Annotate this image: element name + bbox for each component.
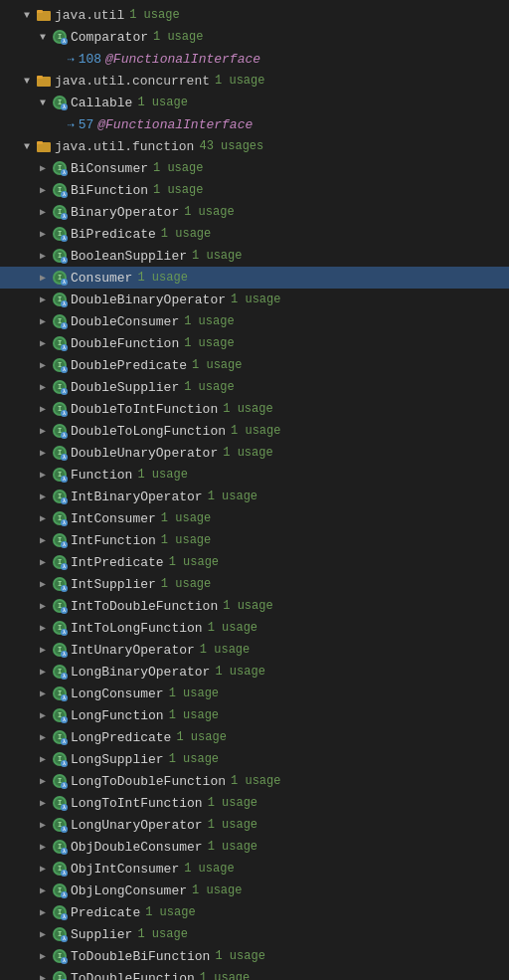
- tree-item-doublefunction[interactable]: ▶ Iλ DoubleFunction 1 usage: [0, 332, 509, 354]
- tree-item-booleansupplier[interactable]: ▶ Iλ BooleanSupplier 1 usage: [0, 245, 509, 267]
- expand-arrow[interactable]: ▼: [36, 30, 50, 44]
- usage-count: 1 usage: [137, 468, 187, 482]
- expand-arrow[interactable]: ▶: [36, 840, 50, 854]
- item-name: DoubleToLongFunction: [71, 424, 226, 439]
- ref-line-comparator[interactable]: ▶ ⇢ 108 @FunctionalInterface: [0, 48, 509, 70]
- expand-arrow[interactable]: ▶: [36, 205, 50, 219]
- expand-arrow[interactable]: ▶: [36, 380, 50, 394]
- ref-line-callable[interactable]: ▶ ⇢ 57 @FunctionalInterface: [0, 113, 509, 135]
- expand-arrow[interactable]: ▶: [36, 511, 50, 525]
- expand-arrow[interactable]: ▶: [36, 927, 50, 941]
- usage-count: 1 usage: [231, 774, 280, 788]
- tree-item-intpredicate[interactable]: ▶ Iλ IntPredicate 1 usage: [0, 551, 509, 573]
- tree-item-doublebinaryoperator[interactable]: ▶ Iλ DoubleBinaryOperator 1 usage: [0, 289, 509, 310]
- usage-count: 1 usage: [153, 161, 203, 175]
- tree-item-intunaryoperator[interactable]: ▶ Iλ IntUnaryOperator 1 usage: [0, 639, 509, 661]
- tree-item-longpredicate[interactable]: ▶ Iλ LongPredicate 1 usage: [0, 726, 509, 748]
- tree-item-inttodoublefunction[interactable]: ▶ Iλ IntToDoubleFunction 1 usage: [0, 595, 509, 617]
- tree-item-doubleunaryoperator[interactable]: ▶ Iλ DoubleUnaryOperator 1 usage: [0, 442, 509, 464]
- tree-item-longbinaryoperator[interactable]: ▶ Iλ LongBinaryOperator 1 usage: [0, 661, 509, 683]
- tree-item-consumer[interactable]: ▶ Iλ Consumer 1 usage: [0, 267, 509, 289]
- expand-arrow[interactable]: ▶: [36, 599, 50, 613]
- expand-arrow[interactable]: ▶: [36, 862, 50, 876]
- expand-arrow[interactable]: ▶: [36, 271, 50, 285]
- tree-item-callable[interactable]: ▼ I λ Callable 1 usage: [0, 92, 509, 113]
- tree-item-supplier[interactable]: ▶ Iλ Supplier 1 usage: [0, 923, 509, 945]
- tree-item-longtodoublefunction[interactable]: ▶ Iλ LongToDoubleFunction 1 usage: [0, 770, 509, 792]
- expand-arrow[interactable]: ▶: [36, 183, 50, 197]
- expand-arrow[interactable]: ▶: [36, 249, 50, 263]
- usage-count: 1 usage: [200, 971, 250, 980]
- tree-item-todoublebifunction[interactable]: ▶ Iλ ToDoubleBiFunction 1 usage: [0, 945, 509, 967]
- package-icon: [36, 7, 52, 23]
- expand-arrow[interactable]: ▶: [36, 621, 50, 635]
- expand-arrow[interactable]: ▶: [36, 402, 50, 416]
- tree-item-doubleconsumer[interactable]: ▶ Iλ DoubleConsumer 1 usage: [0, 310, 509, 332]
- expand-arrow[interactable]: ▶: [36, 424, 50, 438]
- tree-item-doubletointfunction[interactable]: ▶ Iλ DoubleToIntFunction 1 usage: [0, 398, 509, 420]
- tree-item-doublesupplier[interactable]: ▶ Iλ DoubleSupplier 1 usage: [0, 376, 509, 398]
- tree-item-inttolongfunction[interactable]: ▶ Iλ IntToLongFunction 1 usage: [0, 617, 509, 639]
- tree-item-todoublefun[interactable]: ▶ Iλ ToDoubleFunction 1 usage: [0, 967, 509, 980]
- tree-item-bipredicate[interactable]: ▶ Iλ BiPredicate 1 usage: [0, 223, 509, 245]
- tree-item-bifunction[interactable]: ▶ Iλ BiFunction 1 usage: [0, 179, 509, 201]
- expand-arrow[interactable]: ▶: [36, 314, 50, 328]
- expand-arrow[interactable]: ▼: [20, 8, 34, 22]
- tree-item-biconsumer[interactable]: ▶ Iλ BiConsumer 1 usage: [0, 157, 509, 179]
- expand-arrow[interactable]: ▶: [36, 665, 50, 679]
- expand-arrow[interactable]: ▶: [36, 643, 50, 657]
- expand-arrow[interactable]: ▶: [36, 971, 50, 980]
- tree-item-doubletolongfunction[interactable]: ▶ Iλ DoubleToLongFunction 1 usage: [0, 420, 509, 442]
- expand-arrow[interactable]: ▶: [36, 774, 50, 788]
- usage-count: 1 usage: [208, 796, 257, 810]
- expand-arrow[interactable]: ▶: [36, 730, 50, 744]
- expand-arrow[interactable]: ▶: [36, 686, 50, 700]
- expand-arrow[interactable]: ▶: [36, 752, 50, 766]
- expand-arrow[interactable]: ▼: [20, 139, 34, 153]
- tree-item-longfunction[interactable]: ▶ Iλ LongFunction 1 usage: [0, 704, 509, 726]
- tree-item-intconsumer[interactable]: ▶ Iλ IntConsumer 1 usage: [0, 507, 509, 529]
- expand-arrow[interactable]: ▶: [36, 533, 50, 547]
- class-icon: Iλ: [52, 642, 68, 658]
- expand-arrow[interactable]: ▼: [20, 74, 34, 88]
- tree-item-longconsumer[interactable]: ▶ Iλ LongConsumer 1 usage: [0, 683, 509, 704]
- expand-arrow[interactable]: ▶: [36, 796, 50, 810]
- expand-arrow[interactable]: ▶: [36, 161, 50, 175]
- tree-item-java-util[interactable]: ▼ java.util 1 usage: [0, 4, 509, 26]
- expand-arrow[interactable]: ▶: [36, 446, 50, 460]
- expand-arrow[interactable]: ▶: [36, 490, 50, 503]
- tree-item-comparator[interactable]: ▼ I λ Comparator 1 usage: [0, 26, 509, 48]
- tree-item-objlongconsumer[interactable]: ▶ Iλ ObjLongConsumer 1 usage: [0, 880, 509, 901]
- expand-arrow[interactable]: ▼: [36, 96, 50, 109]
- expand-arrow[interactable]: ▶: [36, 555, 50, 569]
- item-name: LongSupplier: [71, 752, 164, 767]
- tree-item-longsupplier[interactable]: ▶ Iλ LongSupplier 1 usage: [0, 748, 509, 770]
- expand-arrow[interactable]: ▶: [36, 336, 50, 350]
- tree-item-java-util-function[interactable]: ▼ java.util.function 43 usages: [0, 135, 509, 157]
- tree-item-predicate[interactable]: ▶ Iλ Predicate 1 usage: [0, 901, 509, 923]
- expand-arrow[interactable]: ▶: [36, 358, 50, 372]
- usage-count: 1 usage: [184, 314, 234, 328]
- expand-arrow[interactable]: ▶: [36, 708, 50, 722]
- tree-item-java-util-concurrent[interactable]: ▼ java.util.concurrent 1 usage: [0, 70, 509, 92]
- expand-arrow[interactable]: ▶: [36, 883, 50, 897]
- tree-item-longunaryoperator[interactable]: ▶ Iλ LongUnaryOperator 1 usage: [0, 814, 509, 836]
- tree-item-doublepredicate[interactable]: ▶ Iλ DoublePredicate 1 usage: [0, 354, 509, 376]
- expand-arrow[interactable]: ▶: [36, 949, 50, 963]
- tree-item-function[interactable]: ▶ Iλ Function 1 usage: [0, 464, 509, 486]
- class-icon: I λ: [52, 95, 68, 110]
- tree-item-intbinaryoperator[interactable]: ▶ Iλ IntBinaryOperator 1 usage: [0, 486, 509, 507]
- tree-item-objintconsumer[interactable]: ▶ Iλ ObjIntConsumer 1 usage: [0, 858, 509, 880]
- tree-item-binaryoperator[interactable]: ▶ Iλ BinaryOperator 1 usage: [0, 201, 509, 223]
- expand-arrow[interactable]: ▶: [36, 818, 50, 832]
- tree-item-objdoubleconsumer[interactable]: ▶ Iλ ObjDoubleConsumer 1 usage: [0, 836, 509, 858]
- tree-item-intfunction[interactable]: ▶ Iλ IntFunction 1 usage: [0, 529, 509, 551]
- usage-count: 1 usage: [153, 30, 203, 44]
- tree-item-longtointfunction[interactable]: ▶ Iλ LongToIntFunction 1 usage: [0, 792, 509, 814]
- expand-arrow[interactable]: ▶: [36, 468, 50, 482]
- expand-arrow[interactable]: ▶: [36, 905, 50, 919]
- expand-arrow[interactable]: ▶: [36, 577, 50, 591]
- expand-arrow[interactable]: ▶: [36, 293, 50, 306]
- expand-arrow[interactable]: ▶: [36, 227, 50, 241]
- tree-item-intsupplier[interactable]: ▶ Iλ IntSupplier 1 usage: [0, 573, 509, 595]
